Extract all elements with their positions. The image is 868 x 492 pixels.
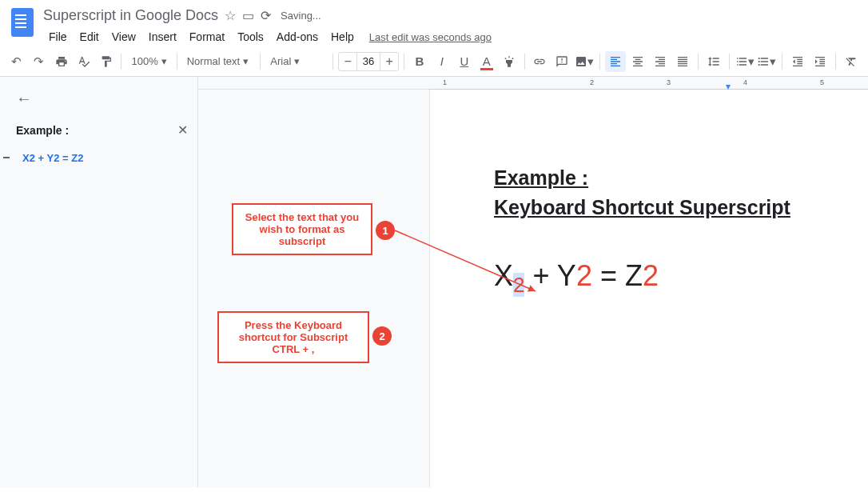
chevron-down-icon: ▾ (161, 55, 167, 67)
annotation-badge-2: 2 (372, 326, 392, 346)
comment-button[interactable] (551, 51, 572, 72)
title-area: Superscript in Google Docs ☆ ▭ ⟳ Saving.… (38, 6, 862, 46)
checklist-button[interactable]: ▾ (735, 51, 755, 72)
selected-text[interactable]: 2 (513, 273, 524, 297)
menu-addons[interactable]: Add-ons (271, 27, 324, 46)
increase-indent-button[interactable] (810, 51, 830, 72)
link-button[interactable] (530, 51, 551, 72)
menu-tools[interactable]: Tools (232, 27, 269, 46)
menu-insert[interactable]: Insert (143, 27, 182, 46)
bullet-list-button[interactable]: ▾ (757, 51, 778, 72)
font-size-control: − 36 + (338, 52, 399, 71)
bold-button[interactable]: B (409, 51, 430, 72)
docs-icon (11, 8, 34, 37)
align-right-button[interactable] (650, 51, 671, 72)
move-icon[interactable]: ▭ (242, 8, 254, 23)
cloud-icon: ⟳ (261, 8, 271, 23)
spellcheck-button[interactable] (74, 51, 94, 72)
equation-text[interactable]: X2 + Y2 = Z2 (494, 259, 868, 298)
annotation-callout-2: Press the Keyboard shortcut for Subscrip… (217, 311, 369, 363)
align-justify-button[interactable] (672, 51, 693, 72)
undo-button[interactable]: ↶ (6, 51, 27, 72)
outline-heading[interactable]: Example : (16, 124, 69, 137)
menu-edit[interactable]: Edit (74, 27, 105, 46)
app-logo[interactable] (6, 6, 38, 38)
align-center-button[interactable] (627, 51, 648, 72)
print-button[interactable] (51, 51, 72, 72)
image-button[interactable]: ▾ (574, 51, 595, 72)
menu-help[interactable]: Help (325, 27, 360, 46)
outline-panel: ← Example : ✕ X2 + Y2 = Z2 (0, 77, 198, 487)
toolbar: ↶ ↷ 100% ▾ Normal text ▾ Arial ▾ − 36 + … (0, 46, 868, 77)
align-left-button[interactable] (605, 51, 626, 72)
menu-format[interactable]: Format (184, 27, 230, 46)
back-arrow-icon[interactable]: ← (16, 90, 188, 108)
ruler-mark: 1 (443, 78, 447, 86)
paint-format-button[interactable] (96, 51, 117, 72)
line-spacing-button[interactable] (703, 51, 724, 72)
save-status: Saving... (281, 10, 321, 22)
doc-heading-1[interactable]: Example : (494, 166, 868, 190)
ruler-mark: 5 (820, 78, 824, 86)
content-area: ← Example : ✕ X2 + Y2 = Z2 Select the te… (0, 77, 868, 487)
menu-file[interactable]: File (43, 27, 73, 46)
annotation-callout-1: Select the text that you wish to format … (232, 203, 372, 255)
font-size-input[interactable]: 36 (356, 53, 380, 70)
text-color-button[interactable]: A (476, 51, 497, 72)
highlight-button[interactable] (499, 51, 520, 72)
ruler-mark: 3 (667, 78, 671, 86)
redo-button[interactable]: ↷ (29, 51, 50, 72)
ruler-mark: 4 (743, 78, 747, 86)
document-title[interactable]: Superscript in Google Docs (43, 7, 218, 24)
document-area: 1 ▾ 2 3 4 5 Example : Keyboard Shortcut … (198, 77, 868, 487)
star-icon[interactable]: ☆ (225, 8, 236, 23)
increase-font-button[interactable]: + (380, 54, 398, 69)
ruler-mark: 2 (590, 78, 594, 86)
chevron-down-icon: ▾ (294, 55, 300, 67)
font-dropdown[interactable]: Arial ▾ (265, 51, 328, 72)
annotation-badge-1: 1 (376, 221, 395, 240)
decrease-font-button[interactable]: − (339, 54, 356, 69)
last-edit-link[interactable]: Last edit was seconds ago (369, 31, 492, 43)
italic-button[interactable]: I (432, 51, 452, 72)
chevron-down-icon: ▾ (243, 55, 249, 67)
menu-view[interactable]: View (106, 27, 141, 46)
zoom-dropdown[interactable]: 100% ▾ (126, 51, 171, 72)
document-page[interactable]: Example : Keyboard Shortcut Superscript … (430, 90, 868, 487)
outline-item[interactable]: X2 + Y2 = Z2 (16, 149, 188, 167)
menu-bar: File Edit View Insert Format Tools Add-o… (43, 24, 862, 46)
horizontal-ruler[interactable]: 1 ▾ 2 3 4 5 (198, 77, 868, 90)
doc-heading-2[interactable]: Keyboard Shortcut Superscript (494, 196, 868, 219)
decrease-indent-button[interactable] (787, 51, 808, 72)
clear-formatting-button[interactable] (841, 51, 862, 72)
close-icon[interactable]: ✕ (177, 122, 188, 138)
style-dropdown[interactable]: Normal text ▾ (182, 51, 256, 72)
header: Superscript in Google Docs ☆ ▭ ⟳ Saving.… (0, 0, 868, 46)
underline-button[interactable]: U (454, 51, 475, 72)
